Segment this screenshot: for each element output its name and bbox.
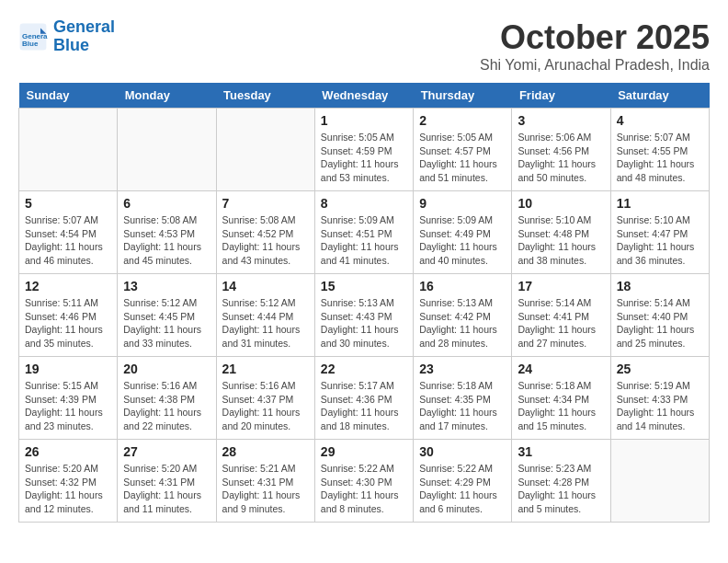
day-info: Sunrise: 5:16 AM Sunset: 4:38 PM Dayligh… [123, 379, 210, 433]
day-info: Sunrise: 5:07 AM Sunset: 4:55 PM Dayligh… [617, 131, 703, 185]
day-header-sunday: Sunday [19, 83, 118, 109]
day-info: Sunrise: 5:15 AM Sunset: 4:39 PM Dayligh… [25, 379, 111, 433]
day-number: 12 [25, 279, 111, 293]
month-title: October 2025 [480, 18, 710, 57]
day-number: 26 [25, 444, 111, 459]
day-number: 28 [222, 444, 309, 459]
location: Shi Yomi, Arunachal Pradesh, India [480, 57, 710, 74]
day-number: 17 [518, 279, 604, 293]
calendar-cell: 17Sunrise: 5:14 AM Sunset: 4:41 PM Dayli… [512, 274, 610, 357]
day-info: Sunrise: 5:18 AM Sunset: 4:34 PM Dayligh… [518, 379, 604, 433]
day-info: Sunrise: 5:08 AM Sunset: 4:52 PM Dayligh… [222, 213, 309, 268]
day-number: 24 [518, 362, 604, 376]
calendar-cell: 29Sunrise: 5:22 AM Sunset: 4:30 PM Dayli… [314, 440, 413, 523]
day-info: Sunrise: 5:14 AM Sunset: 4:40 PM Dayligh… [617, 296, 703, 350]
day-info: Sunrise: 5:12 AM Sunset: 4:44 PM Dayligh… [222, 296, 309, 350]
day-info: Sunrise: 5:14 AM Sunset: 4:41 PM Dayligh… [518, 296, 604, 350]
day-number: 23 [419, 362, 506, 376]
calendar-cell: 14Sunrise: 5:12 AM Sunset: 4:44 PM Dayli… [216, 274, 314, 357]
title-block: October 2025 Shi Yomi, Arunachal Pradesh… [480, 18, 710, 74]
day-info: Sunrise: 5:22 AM Sunset: 4:30 PM Dayligh… [321, 462, 407, 516]
calendar-cell: 10Sunrise: 5:10 AM Sunset: 4:48 PM Dayli… [512, 191, 610, 274]
calendar-cell: 13Sunrise: 5:12 AM Sunset: 4:45 PM Dayli… [118, 274, 216, 357]
day-info: Sunrise: 5:13 AM Sunset: 4:42 PM Dayligh… [419, 296, 506, 350]
day-info: Sunrise: 5:20 AM Sunset: 4:31 PM Dayligh… [123, 462, 210, 516]
day-info: Sunrise: 5:11 AM Sunset: 4:46 PM Dayligh… [25, 296, 111, 350]
day-number: 30 [419, 444, 506, 459]
day-info: Sunrise: 5:09 AM Sunset: 4:51 PM Dayligh… [321, 213, 407, 268]
day-number: 27 [123, 444, 210, 459]
day-number: 1 [321, 113, 407, 128]
day-header-tuesday: Tuesday [216, 83, 314, 109]
day-number: 15 [321, 279, 407, 293]
calendar-cell: 19Sunrise: 5:15 AM Sunset: 4:39 PM Dayli… [19, 357, 118, 440]
day-header-thursday: Thursday [414, 83, 512, 109]
day-number: 5 [25, 196, 111, 211]
calendar-cell: 1Sunrise: 5:05 AM Sunset: 4:59 PM Daylig… [314, 109, 413, 191]
calendar-cell: 24Sunrise: 5:18 AM Sunset: 4:34 PM Dayli… [512, 357, 610, 440]
day-number: 9 [419, 196, 506, 211]
day-info: Sunrise: 5:10 AM Sunset: 4:48 PM Dayligh… [518, 213, 604, 268]
day-info: Sunrise: 5:08 AM Sunset: 4:53 PM Dayligh… [123, 213, 210, 268]
calendar-body: 1Sunrise: 5:05 AM Sunset: 4:59 PM Daylig… [19, 109, 710, 523]
calendar-cell: 25Sunrise: 5:19 AM Sunset: 4:33 PM Dayli… [610, 357, 709, 440]
day-info: Sunrise: 5:05 AM Sunset: 4:59 PM Dayligh… [321, 131, 407, 185]
page-header: General Blue GeneralBlue October 2025 Sh… [18, 18, 710, 74]
calendar-cell: 27Sunrise: 5:20 AM Sunset: 4:31 PM Dayli… [118, 440, 216, 523]
calendar-cell: 31Sunrise: 5:23 AM Sunset: 4:28 PM Dayli… [512, 440, 610, 523]
calendar-cell: 23Sunrise: 5:18 AM Sunset: 4:35 PM Dayli… [414, 357, 512, 440]
calendar-cell: 26Sunrise: 5:20 AM Sunset: 4:32 PM Dayli… [19, 440, 118, 523]
calendar-cell: 28Sunrise: 5:21 AM Sunset: 4:31 PM Dayli… [216, 440, 314, 523]
calendar-cell: 16Sunrise: 5:13 AM Sunset: 4:42 PM Dayli… [414, 274, 512, 357]
day-number: 31 [518, 444, 604, 459]
day-number: 11 [617, 196, 703, 211]
week-row-2: 12Sunrise: 5:11 AM Sunset: 4:46 PM Dayli… [19, 274, 710, 357]
day-number: 10 [518, 196, 604, 211]
day-info: Sunrise: 5:10 AM Sunset: 4:47 PM Dayligh… [617, 213, 703, 268]
calendar-cell [118, 109, 216, 191]
calendar-header-row: SundayMondayTuesdayWednesdayThursdayFrid… [19, 83, 710, 109]
calendar-cell: 21Sunrise: 5:16 AM Sunset: 4:37 PM Dayli… [216, 357, 314, 440]
calendar-cell: 6Sunrise: 5:08 AM Sunset: 4:53 PM Daylig… [118, 191, 216, 274]
logo: General Blue GeneralBlue [18, 18, 115, 55]
calendar-cell: 9Sunrise: 5:09 AM Sunset: 4:49 PM Daylig… [414, 191, 512, 274]
day-info: Sunrise: 5:20 AM Sunset: 4:32 PM Dayligh… [25, 462, 111, 516]
day-info: Sunrise: 5:13 AM Sunset: 4:43 PM Dayligh… [321, 296, 407, 350]
calendar-cell [216, 109, 314, 191]
day-info: Sunrise: 5:07 AM Sunset: 4:54 PM Dayligh… [25, 213, 111, 268]
day-info: Sunrise: 5:18 AM Sunset: 4:35 PM Dayligh… [419, 379, 506, 433]
calendar-cell: 12Sunrise: 5:11 AM Sunset: 4:46 PM Dayli… [19, 274, 118, 357]
day-info: Sunrise: 5:05 AM Sunset: 4:57 PM Dayligh… [419, 131, 506, 185]
day-number: 22 [321, 362, 407, 376]
calendar-cell [19, 109, 118, 191]
calendar-cell: 22Sunrise: 5:17 AM Sunset: 4:36 PM Dayli… [314, 357, 413, 440]
logo-icon: General Blue [18, 22, 48, 52]
week-row-1: 5Sunrise: 5:07 AM Sunset: 4:54 PM Daylig… [19, 191, 710, 274]
calendar-cell: 4Sunrise: 5:07 AM Sunset: 4:55 PM Daylig… [610, 109, 709, 191]
day-number: 6 [123, 196, 210, 211]
day-header-friday: Friday [512, 83, 610, 109]
day-number: 14 [222, 279, 309, 293]
day-info: Sunrise: 5:21 AM Sunset: 4:31 PM Dayligh… [222, 462, 309, 516]
day-number: 7 [222, 196, 309, 211]
calendar-table: SundayMondayTuesdayWednesdayThursdayFrid… [18, 83, 710, 523]
day-number: 25 [617, 362, 703, 376]
day-info: Sunrise: 5:17 AM Sunset: 4:36 PM Dayligh… [321, 379, 407, 433]
calendar-cell: 8Sunrise: 5:09 AM Sunset: 4:51 PM Daylig… [314, 191, 413, 274]
day-number: 19 [25, 362, 111, 376]
calendar-cell: 18Sunrise: 5:14 AM Sunset: 4:40 PM Dayli… [610, 274, 709, 357]
day-info: Sunrise: 5:09 AM Sunset: 4:49 PM Dayligh… [419, 213, 506, 268]
day-info: Sunrise: 5:19 AM Sunset: 4:33 PM Dayligh… [617, 379, 703, 433]
week-row-4: 26Sunrise: 5:20 AM Sunset: 4:32 PM Dayli… [19, 440, 710, 523]
day-info: Sunrise: 5:12 AM Sunset: 4:45 PM Dayligh… [123, 296, 210, 350]
week-row-0: 1Sunrise: 5:05 AM Sunset: 4:59 PM Daylig… [19, 109, 710, 191]
day-header-saturday: Saturday [610, 83, 709, 109]
day-number: 8 [321, 196, 407, 211]
day-number: 18 [617, 279, 703, 293]
day-info: Sunrise: 5:06 AM Sunset: 4:56 PM Dayligh… [518, 131, 604, 185]
day-number: 2 [419, 113, 506, 128]
logo-text: GeneralBlue [53, 18, 115, 55]
day-number: 20 [123, 362, 210, 376]
day-info: Sunrise: 5:22 AM Sunset: 4:29 PM Dayligh… [419, 462, 506, 516]
day-number: 3 [518, 113, 604, 128]
